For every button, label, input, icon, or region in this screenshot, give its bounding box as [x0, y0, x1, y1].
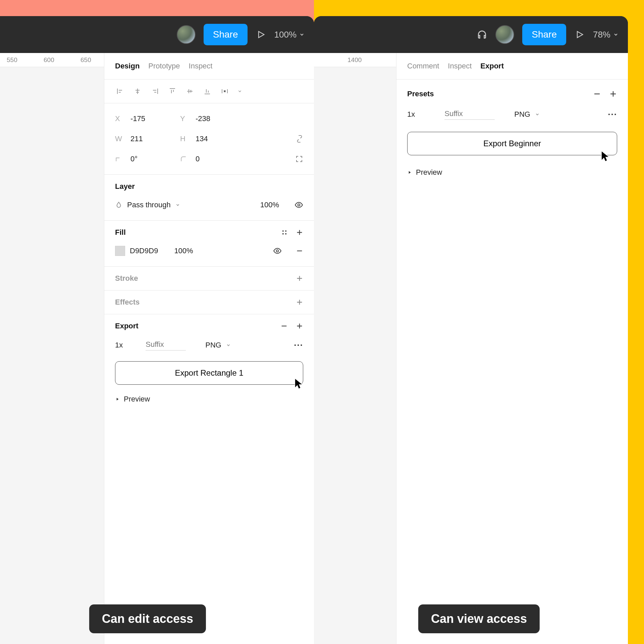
svg-point-3: [282, 233, 284, 234]
export-button[interactable]: Export Beginner: [407, 132, 617, 155]
canvas-area[interactable]: 1400: [314, 53, 396, 644]
fill-swatch[interactable]: [115, 246, 125, 256]
ruler-tick: 550: [7, 56, 17, 64]
svg-point-1: [282, 230, 284, 232]
ruler-tick: 1400: [347, 56, 362, 64]
export-options-icon[interactable]: ···: [608, 109, 617, 120]
zoom-dropdown[interactable]: 78%: [593, 30, 619, 40]
align-right-icon[interactable]: [150, 86, 160, 96]
align-bottom-icon[interactable]: [202, 86, 212, 96]
blend-mode-icon[interactable]: [115, 201, 122, 209]
headphones-icon[interactable]: [477, 29, 487, 40]
share-button[interactable]: Share: [522, 24, 566, 45]
visibility-icon[interactable]: [294, 201, 303, 209]
align-top-icon[interactable]: [167, 86, 177, 96]
add-preset-icon[interactable]: [296, 322, 303, 330]
svg-point-0: [298, 204, 300, 206]
chevron-down-icon: [299, 32, 305, 37]
rotation-value[interactable]: 0°: [130, 155, 161, 163]
distribute-icon[interactable]: [220, 86, 230, 96]
chevron-down-icon[interactable]: [237, 86, 243, 96]
align-vcenter-icon[interactable]: [185, 86, 195, 96]
preview-label[interactable]: Preview: [416, 168, 442, 177]
add-stroke-icon[interactable]: [296, 275, 303, 282]
align-hcenter-icon[interactable]: [132, 86, 143, 96]
remove-preset-icon[interactable]: [280, 322, 288, 330]
zoom-dropdown[interactable]: 100%: [274, 30, 305, 40]
canvas-area[interactable]: 550 600 650: [0, 53, 104, 644]
fill-hex-value[interactable]: D9D9D9: [130, 247, 158, 255]
export-suffix-input[interactable]: [444, 109, 495, 120]
share-button[interactable]: Share: [204, 24, 248, 45]
add-preset-icon[interactable]: [609, 90, 617, 98]
w-label: W: [115, 135, 126, 143]
user-avatar[interactable]: [177, 25, 196, 44]
panel-tabs: Design Prototype Inspect: [104, 53, 314, 79]
tab-inspect[interactable]: Inspect: [189, 62, 213, 70]
export-title: Export: [115, 322, 139, 330]
caption-view-access: Can view access: [418, 604, 540, 633]
add-effect-icon[interactable]: [296, 299, 303, 306]
presets-title: Presets: [407, 90, 434, 98]
export-format[interactable]: PNG: [205, 341, 221, 350]
tab-comment[interactable]: Comment: [407, 62, 439, 70]
y-value[interactable]: -238: [196, 114, 226, 123]
export-button[interactable]: Export Rectangle 1: [115, 361, 303, 385]
x-value[interactable]: -175: [130, 114, 161, 123]
tab-export[interactable]: Export: [480, 62, 504, 70]
layer-title: Layer: [115, 182, 135, 191]
chevron-down-icon[interactable]: [535, 112, 540, 117]
properties-panel: Design Prototype Inspect: [104, 53, 314, 644]
export-scale[interactable]: 1x: [407, 110, 415, 119]
align-left-icon[interactable]: [115, 86, 125, 96]
remove-preset-icon[interactable]: [593, 90, 601, 98]
editor-window-view: Share 78% 1400 Comment Inspect Export: [314, 16, 628, 644]
blend-mode-value[interactable]: Pass through: [127, 201, 171, 209]
layer-opacity-value[interactable]: 100%: [260, 201, 279, 209]
h-label: H: [180, 135, 191, 143]
fill-title: Fill: [115, 228, 126, 237]
preview-label[interactable]: Preview: [124, 395, 150, 404]
tab-design[interactable]: Design: [115, 62, 140, 70]
corner-radius-expand-icon[interactable]: [295, 155, 303, 163]
style-icon[interactable]: [281, 229, 288, 236]
user-avatar[interactable]: [495, 25, 514, 44]
fill-opacity-value[interactable]: 100%: [174, 247, 193, 255]
export-options-icon[interactable]: ···: [294, 340, 303, 351]
radius-value[interactable]: 0: [196, 155, 226, 163]
properties-panel: Comment Inspect Export Presets 1x: [396, 53, 628, 644]
chevron-down-icon: [613, 32, 619, 37]
w-value[interactable]: 211: [130, 135, 161, 143]
export-suffix-input[interactable]: [146, 340, 186, 351]
rotation-icon: [115, 156, 126, 162]
tab-inspect[interactable]: Inspect: [448, 62, 472, 70]
triangle-right-icon[interactable]: [115, 397, 120, 401]
x-label: X: [115, 114, 126, 123]
remove-fill-icon[interactable]: [296, 247, 303, 255]
present-icon[interactable]: [574, 29, 585, 40]
constrain-proportions-icon[interactable]: [296, 134, 303, 144]
alignment-controls: [115, 85, 303, 98]
add-fill-icon[interactable]: [296, 229, 303, 236]
cursor-icon: [293, 377, 305, 391]
export-scale[interactable]: 1x: [115, 341, 123, 350]
cursor-icon: [600, 150, 612, 163]
topbar: Share 78%: [314, 16, 628, 53]
triangle-right-icon[interactable]: [407, 170, 412, 175]
ruler-tick: 600: [44, 56, 54, 64]
h-value[interactable]: 134: [196, 135, 226, 143]
ruler: 1400: [314, 53, 396, 67]
present-icon[interactable]: [256, 29, 266, 40]
visibility-icon[interactable]: [273, 247, 282, 255]
panel-tabs: Comment Inspect Export: [396, 53, 628, 79]
tab-prototype[interactable]: Prototype: [148, 62, 180, 70]
zoom-value: 78%: [593, 30, 610, 40]
export-format[interactable]: PNG: [514, 110, 530, 119]
svg-point-4: [285, 233, 286, 234]
caption-edit-access: Can edit access: [89, 604, 206, 633]
stroke-title: Stroke: [115, 274, 138, 283]
chevron-down-icon[interactable]: [175, 203, 180, 207]
radius-icon: [180, 156, 191, 162]
ruler: 550 600 650: [0, 53, 104, 67]
chevron-down-icon[interactable]: [226, 343, 231, 347]
